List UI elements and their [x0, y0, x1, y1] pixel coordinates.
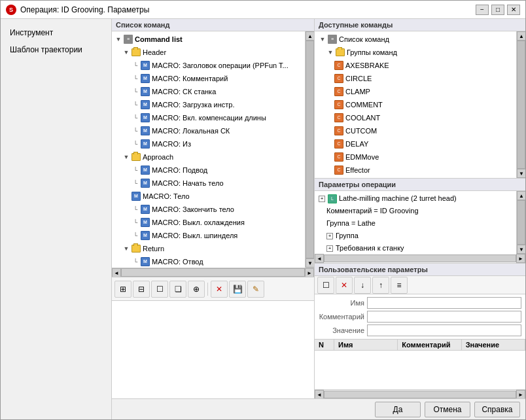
params-expand-root[interactable]: +	[319, 196, 325, 202]
tb-delete-button[interactable]: ✕	[211, 281, 228, 298]
avail-item[interactable]: C Effector	[316, 164, 515, 177]
list-item[interactable]: └ M MACRO: Из	[113, 137, 304, 150]
params-h-scroll[interactable]: ◄ ►	[315, 254, 525, 263]
tree-section-header[interactable]: ▼ Header	[113, 46, 304, 59]
field-comment-input[interactable]	[367, 311, 521, 323]
avail-item[interactable]: C COMMENT	[316, 98, 515, 111]
table-scroll-left[interactable]: ◄	[315, 390, 324, 398]
list-item[interactable]: └ M MACRO: Подвод	[113, 164, 304, 177]
params-item-requirements[interactable]: + Требования к станку	[316, 242, 515, 254]
avail-item[interactable]: C EDMMove	[316, 150, 515, 164]
user-params-props-button[interactable]: ≡	[391, 277, 408, 294]
params-expand-group[interactable]: +	[326, 233, 333, 239]
title-bar: S Операция: ID Grooving. Параметры − □ ✕	[1, 1, 525, 19]
field-value-input[interactable]	[367, 324, 521, 336]
tb-paste-button[interactable]: ⊕	[188, 281, 205, 298]
table-h-thumb[interactable]	[324, 391, 516, 398]
t6: └	[132, 127, 139, 135]
params-scroll-thumb[interactable]	[517, 200, 525, 245]
list-item[interactable]: └ M MACRO: Загрузка инстр.	[113, 98, 304, 111]
command-list-scrollbar-v[interactable]: ▲ ▼	[305, 31, 314, 268]
list-item[interactable]: └ M MACRO: Выкл. шпинделя	[113, 229, 304, 242]
list-item[interactable]: └ M MACRO: Локальная СК	[113, 124, 304, 137]
user-params-header: Пользовательские параметры	[315, 264, 525, 276]
table-scroll-right[interactable]: ►	[516, 390, 525, 398]
scroll-left[interactable]: ◄	[112, 268, 121, 277]
params-root[interactable]: + L Lathe-milling machine (2 turret head…	[316, 192, 515, 205]
scroll-up[interactable]: ▲	[306, 31, 314, 41]
list-item[interactable]: └ M MACRO: Отвод	[113, 255, 304, 268]
user-params-down-button[interactable]: ↓	[354, 277, 371, 294]
toggle-approach[interactable]: ▼	[122, 153, 130, 161]
avail-item[interactable]: C CIRCLE	[316, 72, 515, 85]
avail-item[interactable]: C DELAY	[316, 137, 515, 150]
avail-cmd-label: AXESBRAKE	[345, 60, 389, 71]
toggle-return[interactable]: ▼	[122, 245, 130, 253]
close-button[interactable]: ✕	[507, 5, 520, 15]
tree-section-body[interactable]: M MACRO: Тело	[113, 190, 304, 203]
avail-scroll-down[interactable]: ▼	[517, 169, 525, 178]
table-h-scroll[interactable]: ◄ ►	[315, 389, 525, 398]
scroll-down[interactable]: ▼	[306, 258, 314, 268]
tb-save-button[interactable]: 💾	[229, 281, 246, 298]
avail-item[interactable]: C CLAMP	[316, 85, 515, 98]
command-list-scrollbar-h[interactable]: ◄ ►	[112, 268, 314, 277]
list-item[interactable]: └ M MACRO: Закончить тело	[113, 203, 304, 216]
minimize-button[interactable]: −	[476, 5, 489, 15]
params-item-group[interactable]: + Группа	[316, 230, 515, 242]
sidebar-item-trajectory[interactable]: Шаблон траектории	[3, 41, 109, 58]
list-item[interactable]: └ M MACRO: Начать тело	[113, 177, 304, 190]
tb-add-button[interactable]: ⊞	[114, 281, 132, 298]
avail-groups-toggle[interactable]: ▼	[326, 48, 334, 56]
params-scrollbar-v[interactable]: ▲ ▼	[516, 191, 525, 254]
avail-scrollbar-v[interactable]: ▲ ▼	[516, 31, 525, 178]
operation-params-tree[interactable]: + L Lathe-milling machine (2 turret head…	[315, 191, 516, 254]
avail-root-toggle[interactable]: ▼	[319, 35, 326, 43]
command-list-tree[interactable]: ▼ ≡ Command list ▼ Header └	[112, 31, 305, 268]
user-params-up-button[interactable]: ↑	[372, 277, 389, 294]
maximize-button[interactable]: □	[491, 5, 504, 15]
list-item[interactable]: └ M MACRO: Выкл. охлаждения	[113, 216, 304, 229]
col-header-n: N	[315, 340, 334, 350]
tb-new-button[interactable]: ☐	[151, 281, 168, 298]
avail-root[interactable]: ▼ ≡ Список команд	[316, 33, 515, 46]
avail-item[interactable]: C CUTCOM	[316, 124, 515, 137]
avail-item-coolant[interactable]: C COOLANT	[316, 111, 515, 124]
toggle-body[interactable]	[122, 192, 130, 200]
params-scroll-down[interactable]: ▼	[517, 245, 525, 254]
command-list-toolbar: ⊞ ⊟ ☐ ❏ ⊕ ✕ 💾 ✎	[112, 277, 314, 300]
user-params-delete-button[interactable]: ✕	[336, 277, 353, 294]
tree-root[interactable]: ▼ ≡ Command list	[113, 33, 304, 46]
params-scroll-up[interactable]: ▲	[517, 191, 525, 200]
cancel-button[interactable]: Отмена	[425, 402, 470, 417]
toggle-header[interactable]: ▼	[122, 48, 130, 56]
help-button[interactable]: Справка	[474, 402, 520, 417]
field-name-input[interactable]	[367, 297, 521, 309]
scroll-right[interactable]: ►	[305, 268, 314, 277]
tree-section-approach[interactable]: ▼ Approach	[113, 150, 304, 164]
sidebar-item-instrument[interactable]: Инструмент	[3, 24, 109, 41]
scroll-thumb[interactable]	[306, 41, 314, 258]
avail-groups[interactable]: ▼ Группы команд	[316, 46, 515, 59]
list-item[interactable]: └ M MACRO: Комментарий	[113, 72, 304, 85]
user-params-add-button[interactable]: ☐	[317, 277, 334, 294]
tb-copy-button[interactable]: ❏	[169, 281, 186, 298]
available-commands-tree[interactable]: ▼ ≡ Список команд ▼ Группы команд	[315, 31, 516, 178]
avail-item[interactable]: C AXESBRAKE	[316, 59, 515, 72]
ok-button[interactable]: Да	[375, 402, 421, 417]
list-item[interactable]: └ M MACRO: Вкл. компенсации длины	[113, 111, 304, 124]
tree-toggle-root[interactable]: ▼	[114, 35, 122, 43]
params-scroll-right[interactable]: ►	[516, 254, 525, 263]
tb-remove-button[interactable]: ⊟	[133, 281, 150, 298]
command-list-panel: Список команд ▼ ≡ Command list ▼	[112, 19, 315, 398]
avail-scroll-up[interactable]: ▲	[517, 31, 525, 41]
tree-section-return[interactable]: ▼ Return	[113, 242, 304, 255]
list-item[interactable]: └ M MACRO: Заголовок операции (PPFun T..…	[113, 59, 304, 72]
avail-scroll-thumb[interactable]	[517, 41, 525, 169]
params-h-thumb[interactable]	[324, 254, 516, 262]
params-expand-req[interactable]: +	[326, 245, 333, 252]
list-item[interactable]: └ M MACRO: СК станка	[113, 85, 304, 98]
params-scroll-left[interactable]: ◄	[315, 254, 324, 263]
h-scroll-thumb[interactable]	[121, 268, 305, 277]
tb-edit-button[interactable]: ✎	[247, 281, 264, 298]
